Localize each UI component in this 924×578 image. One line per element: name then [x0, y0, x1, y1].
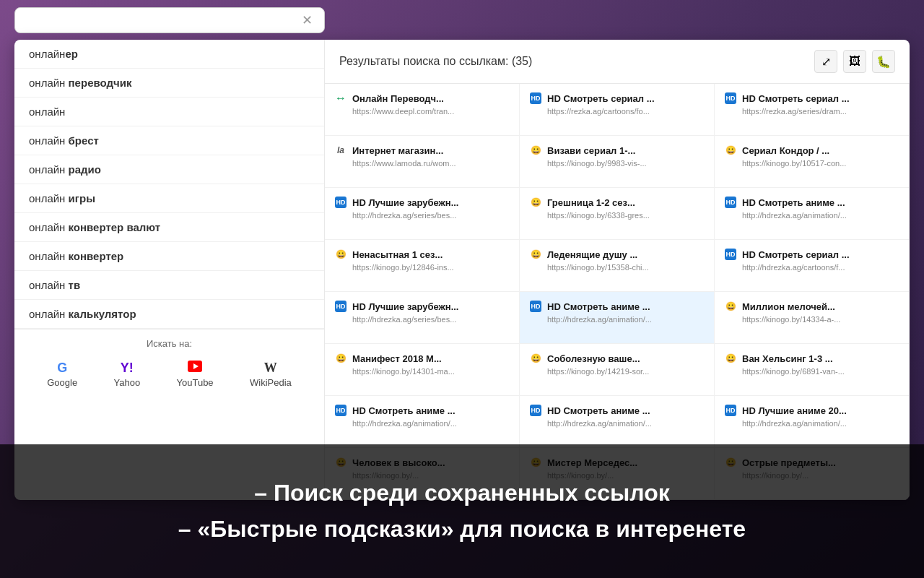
- result-title: HD Лучшие аниме 20...: [742, 405, 899, 416]
- result-card[interactable]: HD HD Лучшие зарубежн... http://hdrezka.…: [325, 188, 520, 240]
- result-card[interactable]: 😀 Ненасытная 1 сез... https://kinogo.by/…: [325, 240, 520, 292]
- search-input[interactable]: онлайн: [24, 14, 299, 27]
- result-card-header: 😀 Леденящие душу ...: [530, 249, 704, 260]
- result-favicon: 😀: [530, 197, 541, 208]
- result-url: https://www.lamoda.ru/wom...: [335, 159, 509, 168]
- youtube-engine-button[interactable]: YouTube: [170, 356, 221, 392]
- result-title: Ненасытная 1 сез...: [352, 249, 509, 260]
- suggestion-item[interactable]: онлайн: [14, 98, 324, 126]
- result-card-header: 😀 Соболезную ваше...: [530, 353, 704, 364]
- result-card[interactable]: HD HD Смотреть сериал ... https://rezka.…: [520, 84, 715, 136]
- result-card-header: HD HD Смотреть сериал ...: [530, 92, 704, 104]
- result-url: https://www.deepl.com/tran...: [335, 107, 509, 116]
- result-card-header: HD HD Смотреть аниме ...: [530, 301, 704, 312]
- suggestion-item[interactable]: онлайн переводчик: [14, 69, 324, 98]
- results-title: Результаты поиска по ссылкам: (35): [339, 55, 532, 68]
- suggestion-item[interactable]: онлайн радио: [14, 155, 324, 184]
- results-panel: Результаты поиска по ссылкам: (35) ⤢ 🖼 🐛…: [325, 40, 910, 500]
- results-grid: ↔ Онлайн Переводч... https://www.deepl.c…: [325, 84, 910, 500]
- google-label: Google: [47, 377, 77, 388]
- result-title: Манифест 2018 М...: [352, 353, 509, 364]
- yahoo-label: Yahoo: [113, 377, 140, 388]
- suggestion-item[interactable]: онлайн конвертер: [14, 242, 324, 271]
- result-url: https://kinogo.by/15358-chi...: [530, 263, 704, 272]
- results-actions: ⤢ 🖼 🐛: [814, 50, 895, 73]
- youtube-label: YouTube: [177, 377, 214, 388]
- result-card-header: HD HD Лучшие зарубежн...: [335, 301, 509, 312]
- overlay-line1: – Поиск среди сохраненных ссылок: [254, 478, 670, 509]
- suggestion-item[interactable]: онлайнер: [14, 40, 324, 69]
- suggestion-item[interactable]: онлайн тв: [14, 271, 324, 300]
- result-card[interactable]: 😀 Манифест 2018 М... https://kinogo.by/1…: [325, 344, 520, 396]
- result-url: http://hdrezka.ag/animation/...: [530, 419, 704, 428]
- result-card-header: HD HD Лучшие зарубежн...: [335, 197, 509, 208]
- result-url: http://hdrezka.ag/animation/...: [725, 419, 899, 428]
- result-favicon: HD: [530, 92, 541, 104]
- clear-button[interactable]: ✕: [299, 12, 315, 28]
- search-on-label: Искать на:: [29, 338, 310, 349]
- result-card-header: 😀 Сериал Кондор / ...: [725, 144, 899, 156]
- result-title: Визави сериал 1-...: [547, 145, 704, 156]
- result-card-header: HD HD Смотреть аниме ...: [530, 405, 704, 416]
- search-engines: G Google Y! Yahoo YouTube: [29, 356, 310, 392]
- result-url: http://hdrezka.ag/animation/...: [530, 315, 704, 324]
- result-favicon: HD: [335, 405, 346, 416]
- result-url: https://kinogo.by/6338-gres...: [530, 211, 704, 220]
- result-card[interactable]: 😀 Грешница 1-2 сез... https://kinogo.by/…: [520, 188, 715, 240]
- result-title: Ван Хельсинг 1-3 ...: [742, 353, 899, 364]
- image-button[interactable]: 🖼: [843, 50, 866, 73]
- result-card-header: 😀 Визави сериал 1-...: [530, 144, 704, 156]
- suggestion-item[interactable]: онлайн брест: [14, 126, 324, 155]
- result-card[interactable]: 😀 Сериал Кондор / ... https://kinogo.by/…: [715, 136, 910, 188]
- results-header: Результаты поиска по ссылкам: (35) ⤢ 🖼 🐛: [325, 40, 910, 84]
- result-card-highlighted[interactable]: HD HD Смотреть аниме ... http://hdrezka.…: [520, 292, 715, 344]
- result-title: Интернет магазин...: [352, 145, 509, 156]
- result-title: HD Смотреть сериал ...: [742, 93, 899, 104]
- yahoo-engine-button[interactable]: Y! Yahoo: [106, 357, 147, 392]
- google-engine-button[interactable]: G Google: [40, 357, 84, 392]
- result-favicon: 😀: [530, 249, 541, 260]
- result-title: Онлайн Переводч...: [352, 93, 509, 104]
- result-url: https://kinogo.by/14219-sor...: [530, 367, 704, 376]
- result-title: Грешница 1-2 сез...: [547, 197, 704, 208]
- youtube-icon: [188, 361, 202, 374]
- result-card[interactable]: HD HD Лучшие зарубежн... http://hdrezka.…: [325, 292, 520, 344]
- result-card[interactable]: HD HD Смотреть сериал ... http://hdrezka…: [715, 240, 910, 292]
- result-card[interactable]: la Интернет магазин... https://www.lamod…: [325, 136, 520, 188]
- google-icon: G: [57, 361, 67, 374]
- result-url: http://hdrezka.ag/series/bes...: [335, 315, 509, 324]
- result-card[interactable]: ↔ Онлайн Переводч... https://www.deepl.c…: [325, 84, 520, 136]
- search-bar-wrapper: онлайн ✕: [0, 0, 924, 40]
- dropdown-panel: онлайнер онлайн переводчик онлайн онлайн…: [14, 40, 910, 500]
- suggestion-item[interactable]: онлайн игры: [14, 184, 324, 213]
- result-favicon: HD: [725, 405, 736, 416]
- result-url: https://kinogo.by/6891-van-...: [725, 367, 899, 376]
- result-card[interactable]: HD HD Смотреть аниме ... http://hdrezka.…: [715, 188, 910, 240]
- result-card[interactable]: 😀 Визави сериал 1-... https://kinogo.by/…: [520, 136, 715, 188]
- suggestion-item[interactable]: онлайн калькулятор: [14, 300, 324, 329]
- result-card[interactable]: 😀 Ван Хельсинг 1-3 ... https://kinogo.by…: [715, 344, 910, 396]
- wikipedia-engine-button[interactable]: W WikiPedia: [243, 357, 299, 392]
- result-title: Леденящие душу ...: [547, 249, 704, 260]
- result-card[interactable]: HD HD Смотреть сериал ... https://rezka.…: [715, 84, 910, 136]
- result-card[interactable]: 😀 Соболезную ваше... https://kinogo.by/1…: [520, 344, 715, 396]
- result-favicon: HD: [530, 405, 541, 416]
- result-card-header: 😀 Ненасытная 1 сез...: [335, 249, 509, 260]
- result-title: Миллион мелочей...: [742, 301, 899, 312]
- result-title: HD Смотреть аниме ...: [547, 301, 704, 312]
- result-card[interactable]: 😀 Миллион мелочей... https://kinogo.by/1…: [715, 292, 910, 344]
- result-card[interactable]: 😀 Леденящие душу ... https://kinogo.by/1…: [520, 240, 715, 292]
- bottom-overlay: – Поиск среди сохраненных ссылок – «Быст…: [0, 444, 924, 578]
- result-title: HD Смотреть аниме ...: [352, 405, 509, 416]
- result-card[interactable]: HD HD Смотреть аниме ... http://hdrezka.…: [325, 396, 520, 448]
- result-favicon: HD: [725, 197, 736, 208]
- result-title: HD Лучшие зарубежн...: [352, 301, 509, 312]
- expand-button[interactable]: ⤢: [814, 50, 837, 73]
- result-card[interactable]: HD HD Смотреть аниме ... http://hdrezka.…: [520, 396, 715, 448]
- result-favicon: 😀: [530, 353, 541, 364]
- suggestion-item[interactable]: онлайн конвертер валют: [14, 213, 324, 242]
- bug-button[interactable]: 🐛: [872, 50, 895, 73]
- result-title: HD Лучшие зарубежн...: [352, 197, 509, 208]
- search-on-section: Искать на: G Google Y! Yahoo: [14, 329, 324, 400]
- result-card[interactable]: HD HD Лучшие аниме 20... http://hdrezka.…: [715, 396, 910, 448]
